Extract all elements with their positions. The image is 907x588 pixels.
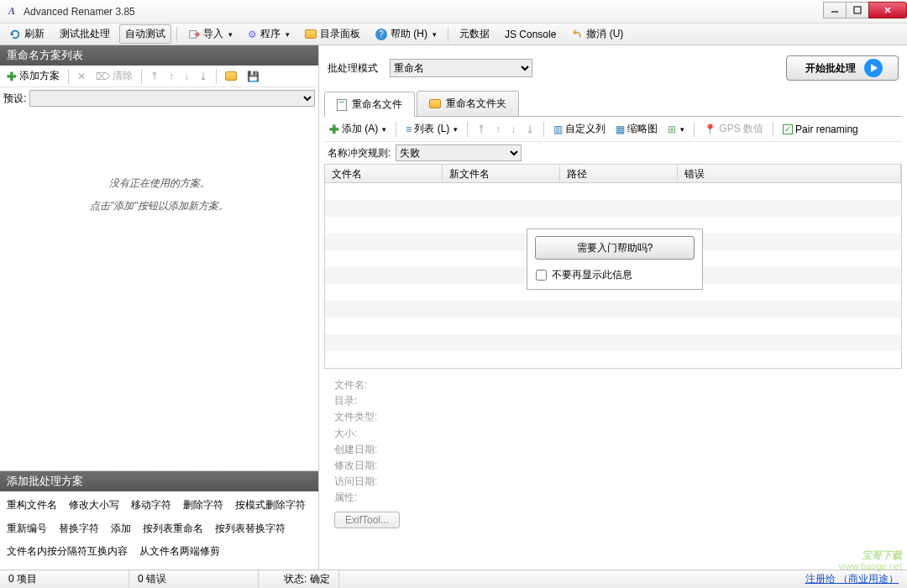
add-methods-header: 添加批处理方案 bbox=[0, 471, 318, 491]
method-list-replace[interactable]: 按列表替换字符 bbox=[215, 520, 286, 538]
pin-icon: 📍 bbox=[704, 123, 716, 135]
dont-show-row[interactable]: 不要再显示此信息 bbox=[527, 265, 702, 289]
gear-icon: ⚙ bbox=[248, 29, 257, 40]
list-button[interactable]: ≡列表 (L)▾ bbox=[402, 120, 461, 138]
title-bar: A Advanced Renamer 3.85 bbox=[0, 0, 907, 24]
detail-modified: 修改日期: bbox=[334, 458, 892, 474]
move-bottom-button[interactable]: ⤓ bbox=[522, 122, 537, 137]
getting-started-button[interactable]: 需要入门帮助吗? bbox=[535, 236, 695, 260]
getting-started-popup: 需要入门帮助吗? 不要再显示此信息 bbox=[527, 228, 703, 290]
method-case[interactable]: 修改大小写 bbox=[69, 496, 119, 515]
minimize-button[interactable] bbox=[823, 2, 847, 18]
arrow-bottom-icon: ⤓ bbox=[199, 71, 207, 82]
thumbnail-icon: ▦ bbox=[616, 123, 625, 135]
method-replace[interactable]: 替换字符 bbox=[59, 520, 99, 538]
tab-rename-folders[interactable]: 重命名文件夹 bbox=[417, 91, 519, 116]
auto-test-toggle[interactable]: 自动测试 bbox=[119, 24, 171, 44]
help-button[interactable]: ? 帮助 (H)▾ bbox=[370, 24, 443, 44]
table-body[interactable]: 需要入门帮助吗? 不要再显示此信息 bbox=[325, 183, 901, 368]
method-new-name[interactable]: 重构文件名 bbox=[7, 496, 57, 515]
maximize-button[interactable] bbox=[846, 2, 869, 18]
detail-size: 大小: bbox=[334, 426, 892, 442]
mode-select[interactable]: 重命名 bbox=[390, 59, 532, 77]
exiftool-button[interactable]: ExifTool... bbox=[334, 512, 400, 528]
tab-rename-files[interactable]: 重命名文件 bbox=[324, 92, 415, 117]
folder-icon bbox=[429, 99, 441, 108]
undo-button[interactable]: 撤消 (U) bbox=[565, 24, 629, 44]
detail-filename: 文件名: bbox=[334, 377, 892, 393]
move-down-button[interactable]: ↓ bbox=[507, 122, 519, 137]
preset-label: 预设: bbox=[3, 92, 26, 106]
conflict-label: 名称冲突规则: bbox=[328, 146, 391, 160]
checkbox-checked-icon: ✓ bbox=[783, 124, 793, 134]
add-files-button[interactable]: ✚添加 (A)▾ bbox=[326, 120, 390, 138]
detail-dir: 目录: bbox=[334, 393, 892, 409]
file-tabs: 重命名文件 重命名文件夹 bbox=[324, 91, 902, 117]
thumbnails-button[interactable]: ▦缩略图 bbox=[612, 120, 661, 138]
method-swap[interactable]: 文件名内按分隔符互换内容 bbox=[7, 543, 128, 561]
col-filename[interactable]: 文件名 bbox=[325, 165, 443, 182]
import-icon bbox=[188, 29, 200, 40]
start-label: 开始批处理 bbox=[805, 61, 856, 76]
preset-select[interactable] bbox=[29, 90, 315, 107]
table-header: 文件名 新文件名 路径 错误 bbox=[325, 165, 901, 183]
refresh-icon bbox=[9, 29, 21, 40]
x-icon: ✕ bbox=[77, 71, 86, 82]
methods-header: 重命名方案列表 bbox=[0, 45, 318, 66]
method-renumber[interactable]: 重新编号 bbox=[7, 520, 47, 538]
batch-mode-row: 批处理模式 重命名 开始批处理 bbox=[324, 49, 902, 87]
file-toolbar: ✚添加 (A)▾ ≡列表 (L)▾ ⤒ ↑ ↓ ⤓ ▥自定义列 ▦缩略图 ⊞▾ … bbox=[324, 117, 902, 142]
display-options-button[interactable]: ⊞▾ bbox=[664, 122, 688, 137]
dont-show-label: 不要再显示此信息 bbox=[552, 268, 632, 282]
method-remove-pattern[interactable]: 按模式删除字符 bbox=[235, 496, 306, 515]
program-button[interactable]: ⚙ 程序▾ bbox=[242, 24, 296, 44]
js-console-button[interactable]: JS Console bbox=[499, 26, 562, 43]
conflict-row: 名称冲突规则: 失败 bbox=[324, 142, 902, 164]
custom-columns-button[interactable]: ▥自定义列 bbox=[550, 120, 609, 138]
list-icon: ≡ bbox=[406, 123, 412, 135]
import-button[interactable]: 导入▾ bbox=[182, 24, 239, 44]
preset-row: 预设: bbox=[0, 87, 318, 109]
folder-panel-button[interactable]: 目录面板 bbox=[299, 24, 366, 44]
conflict-select[interactable]: 失败 bbox=[396, 144, 522, 161]
metadata-button[interactable]: 元数据 bbox=[454, 24, 495, 44]
move-down-button[interactable]: ↓ bbox=[181, 69, 192, 84]
empty-line-2: 点击"添加"按钮以添加新方案。 bbox=[90, 199, 228, 213]
method-remove[interactable]: 删除字符 bbox=[183, 496, 223, 515]
pair-renaming-toggle[interactable]: ✓Pair renaming bbox=[779, 122, 862, 137]
col-path[interactable]: 路径 bbox=[560, 165, 678, 182]
method-trim[interactable]: 从文件名两端修剪 bbox=[139, 543, 220, 561]
refresh-button[interactable]: 刷新 bbox=[3, 24, 50, 44]
save-button[interactable]: 💾 bbox=[244, 69, 263, 84]
methods-toolbar: ✚添加方案 ✕ ⌦清除 ⤒ ↑ ↓ ⤓ 💾 bbox=[0, 66, 318, 87]
move-up-button[interactable]: ↑ bbox=[165, 69, 177, 84]
test-batch-button[interactable]: 测试批处理 bbox=[54, 24, 116, 44]
play-icon bbox=[864, 59, 883, 77]
col-newname[interactable]: 新文件名 bbox=[443, 165, 560, 182]
add-method-button[interactable]: ✚添加方案 bbox=[3, 67, 63, 85]
gps-button[interactable]: 📍GPS 数值 bbox=[700, 120, 767, 138]
move-top-button[interactable]: ⤒ bbox=[474, 122, 489, 137]
method-add[interactable]: 添加 bbox=[111, 520, 131, 538]
delete-method-button[interactable]: ✕ bbox=[74, 69, 89, 84]
open-folder-button[interactable] bbox=[222, 70, 240, 82]
method-move[interactable]: 移动字符 bbox=[131, 496, 171, 515]
dont-show-checkbox[interactable] bbox=[536, 270, 547, 281]
method-list-rename[interactable]: 按列表重命名 bbox=[143, 520, 203, 538]
register-link[interactable]: 注册给 （商业用途） bbox=[805, 572, 899, 586]
file-details: 文件名: 目录: 文件类型: 大小: 创建日期: 修改日期: 访问日期: 属性:… bbox=[324, 369, 902, 537]
columns-icon: ▥ bbox=[553, 123, 563, 135]
detail-attr: 属性: bbox=[334, 490, 892, 506]
close-button[interactable] bbox=[868, 2, 907, 18]
file-icon bbox=[337, 99, 347, 111]
move-up-button[interactable]: ↑ bbox=[492, 122, 504, 137]
col-error[interactable]: 错误 bbox=[678, 165, 901, 182]
clear-methods-button[interactable]: ⌦清除 bbox=[92, 67, 136, 85]
start-batch-button[interactable]: 开始批处理 bbox=[786, 55, 899, 81]
move-bottom-button[interactable]: ⤓ bbox=[196, 69, 211, 84]
move-top-button[interactable]: ⤒ bbox=[147, 69, 162, 84]
chevron-down-icon: ▾ bbox=[382, 125, 386, 134]
separator bbox=[176, 27, 177, 42]
chevron-down-icon: ▾ bbox=[286, 30, 290, 39]
methods-empty-state: 没有正在使用的方案。 点击"添加"按钮以添加新方案。 bbox=[0, 109, 318, 470]
